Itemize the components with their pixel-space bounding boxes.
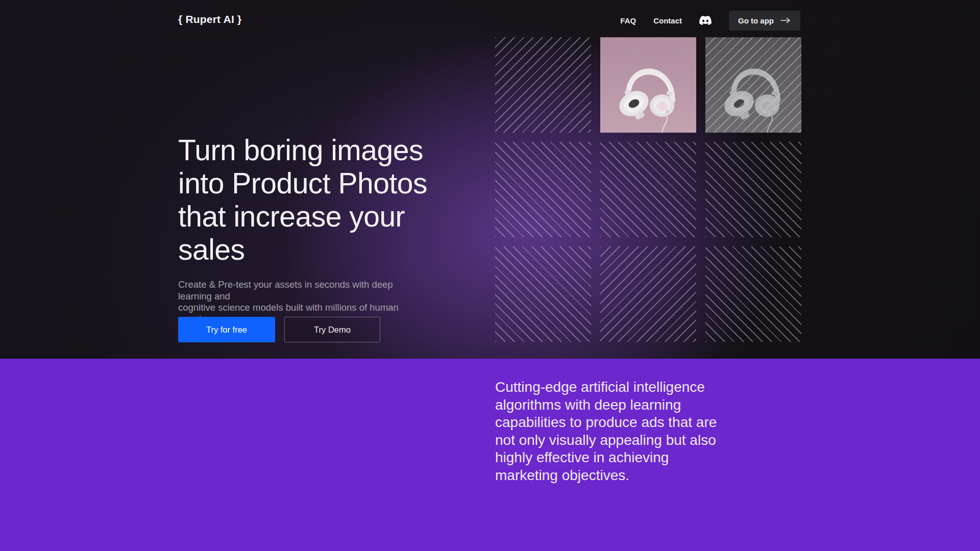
text-line: sales <box>178 233 484 266</box>
gallery-tile-hatch <box>495 142 591 237</box>
text-line: Create & Pre-test your assets in seconds… <box>178 279 418 302</box>
gallery-tile-hatch <box>600 246 696 342</box>
landing-page: { Rupert AI } FAQ Contact Go to app Turn… <box>0 0 980 551</box>
text-line: Cutting-edge artificial intelligence <box>495 379 761 396</box>
go-to-app-label: Go to app <box>738 16 774 25</box>
gallery-tile-hatch <box>495 37 591 133</box>
gallery-tile-hatch <box>600 142 696 237</box>
text-line: into Product Photos <box>178 167 484 200</box>
text-line: algorithms with deep learning <box>495 396 761 414</box>
gallery-tile-photo-headphones <box>600 37 696 133</box>
arrow-right-icon <box>780 17 791 24</box>
try-demo-button[interactable]: Try Demo <box>284 317 380 342</box>
text-line: capabilities to produce ads that are <box>495 414 761 432</box>
text-line: not only visually appealing but also <box>495 432 761 449</box>
hero-title: Turn boring imagesinto Product Photostha… <box>178 134 484 266</box>
discord-icon[interactable] <box>699 16 712 25</box>
nav-link-contact[interactable]: Contact <box>653 16 682 25</box>
gallery-tile-hatch <box>705 142 801 237</box>
text-line: highly effective in achieving <box>495 449 761 467</box>
try-for-free-button[interactable]: Try for free <box>178 317 275 342</box>
gallery-grid <box>495 37 801 342</box>
top-nav: FAQ Contact Go to app <box>620 0 800 41</box>
hatch-overlay <box>705 37 801 133</box>
text-line: marketing objectives. <box>495 467 761 485</box>
nav-link-faq[interactable]: FAQ <box>620 16 636 25</box>
feature-section: Cutting-edge artificial intelligencealgo… <box>0 359 980 551</box>
hero-section: { Rupert AI } FAQ Contact Go to app Turn… <box>0 0 980 359</box>
gallery-tile-hatch <box>705 246 801 342</box>
hero-actions: Try for free Try Demo <box>178 317 380 342</box>
feature-text: Cutting-edge artificial intelligencealgo… <box>495 379 761 484</box>
text-line: that increase your <box>178 200 484 233</box>
go-to-app-button[interactable]: Go to app <box>729 11 800 31</box>
gallery-tile-photo-headphones-ghost <box>705 37 801 133</box>
gallery-tile-hatch <box>495 246 591 342</box>
text-line: Turn boring images <box>178 134 484 167</box>
brand-logo: { Rupert AI } <box>178 13 241 26</box>
